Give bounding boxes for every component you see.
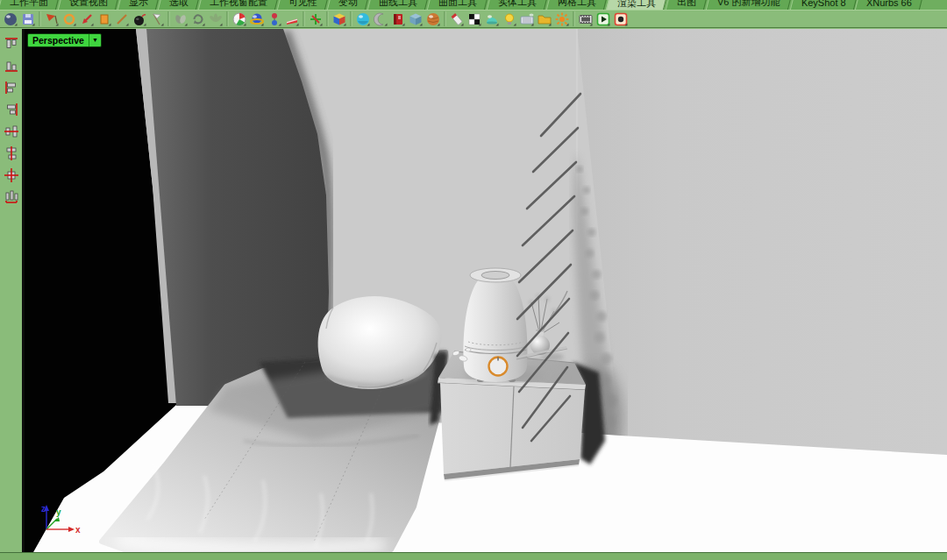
circle-tool-icon[interactable] (61, 11, 78, 27)
3d-sphere-icon[interactable] (2, 11, 19, 27)
tab-13[interactable]: V6 的新增功能 (706, 0, 792, 10)
toolbar-group (2, 11, 37, 27)
paint-tube-icon[interactable] (448, 11, 466, 27)
tab-9[interactable]: 实体工具 (487, 0, 548, 10)
right-wall[interactable] (577, 29, 947, 455)
tab-1[interactable]: 设置视图 (58, 0, 119, 10)
glass-cube-icon[interactable] (407, 11, 424, 27)
toolbar-separator (443, 11, 447, 26)
line-tool-icon[interactable] (113, 11, 131, 27)
toolbar-group (331, 11, 348, 27)
tab-7[interactable]: 曲线工具 (367, 0, 429, 10)
pillow-mesh[interactable] (318, 296, 442, 389)
dark-wall-panel[interactable] (146, 29, 329, 406)
tab-3[interactable]: 选取 (158, 0, 200, 10)
extend-flag-icon[interactable] (148, 11, 166, 27)
toolbar-group (577, 11, 630, 27)
viewport-title-button[interactable]: Perspective ▼ (27, 33, 102, 47)
beachball-icon[interactable] (231, 11, 248, 27)
tab-15[interactable]: XNurbs 66 (855, 0, 923, 10)
align-toolbar (0, 29, 22, 552)
toolbar-separator (38, 11, 42, 26)
axis-y-label: y (56, 507, 61, 517)
align-hcenter-icon[interactable] (3, 123, 19, 139)
save-file-icon[interactable] (19, 11, 37, 27)
align-center-cross-icon[interactable] (3, 167, 19, 183)
rectangle-tool-icon[interactable] (96, 11, 113, 27)
color-cube-icon[interactable] (331, 11, 348, 27)
toolbar-separator (325, 11, 330, 26)
toolbar-group (231, 11, 301, 27)
filmstrip-icon[interactable] (577, 11, 595, 27)
axis-z-label: z (41, 504, 46, 514)
tab-2[interactable]: 显示 (117, 0, 160, 10)
toolbar-separator (167, 11, 171, 26)
toolbar-separator (225, 11, 230, 26)
main-toolbar (0, 10, 947, 28)
toolbar-group (354, 11, 442, 27)
distribute-bottom-icon[interactable] (3, 188, 19, 205)
environment-dome-icon[interactable] (483, 11, 501, 27)
tab-4[interactable]: 工作视窗配置 (198, 0, 279, 10)
folder-icon[interactable] (536, 11, 553, 27)
play-icon[interactable] (595, 11, 612, 27)
tab-6[interactable]: 变动 (327, 0, 369, 10)
bottom-bar (0, 552, 947, 560)
glossy-sphere-icon[interactable] (354, 11, 372, 27)
align-right-icon[interactable] (3, 101, 19, 117)
tab-active-11[interactable]: 渲染工具 (606, 0, 667, 10)
tab-8[interactable]: 曲面工具 (427, 0, 488, 10)
toolbar-separator (349, 11, 353, 26)
pie-wedge-icon[interactable] (283, 11, 301, 27)
humidifier-lid (481, 272, 509, 280)
crescent-moon-icon[interactable] (372, 11, 389, 27)
axis-x-label: x (75, 525, 81, 535)
keyboard-icon[interactable] (518, 11, 536, 27)
align-top-icon[interactable] (3, 35, 19, 52)
perspective-viewport[interactable]: z y x Perspective ▼ (25, 29, 947, 552)
rotate-arrows-icon[interactable] (189, 11, 207, 27)
tab-0[interactable]: 工作平面 (0, 0, 60, 10)
main-area: z y x Perspective ▼ (0, 29, 947, 552)
checker-pattern-icon[interactable] (466, 11, 483, 27)
toolbar-separator (572, 11, 576, 26)
tab-strip: 工作平面设置视图显示选取工作视窗配置可见性变动曲线工具曲面工具实体工具网格工具渲… (0, 0, 947, 10)
texture-ball-icon[interactable] (424, 11, 442, 27)
axis-wrench-icon[interactable] (307, 11, 324, 27)
move-arrow-icon[interactable] (78, 11, 96, 27)
toolbar-group (43, 11, 166, 27)
sphere-ring-icon[interactable] (248, 11, 266, 27)
toolbar-tab-bar: 工作平面设置视图显示选取工作视窗配置可见性变动曲线工具曲面工具实体工具网格工具渲… (0, 0, 947, 10)
align-vcenter-icon[interactable] (3, 145, 19, 161)
sunburst-icon[interactable] (553, 11, 571, 27)
pin-points-icon[interactable] (266, 11, 283, 27)
viewport-dropdown-arrow[interactable]: ▼ (89, 34, 101, 46)
toolbar-group (307, 11, 324, 27)
toolbar-group (448, 11, 571, 27)
loft-leaf-icon[interactable] (172, 11, 189, 27)
select-flag-icon[interactable] (43, 11, 61, 27)
align-left-icon[interactable] (3, 79, 19, 96)
toolbar-group (172, 11, 224, 27)
toolbar-separator (302, 11, 306, 26)
material-book-icon[interactable] (389, 11, 407, 27)
explode-bomb-icon[interactable] (131, 11, 148, 27)
rhino-window: 工作平面设置视图显示选取工作视窗配置可见性变动曲线工具曲面工具实体工具网格工具渲… (0, 0, 947, 560)
viewport-title[interactable]: Perspective (28, 34, 89, 46)
tab-14[interactable]: KeyShot 8 (789, 0, 857, 10)
tab-5[interactable]: 可见性 (277, 0, 329, 10)
lightbulb-icon[interactable] (501, 11, 518, 27)
tab-12[interactable]: 出图 (666, 0, 708, 10)
align-bottom-icon[interactable] (3, 57, 19, 74)
sweep-fan-icon[interactable] (207, 11, 224, 27)
tab-10[interactable]: 网格工具 (546, 0, 608, 10)
record-icon[interactable] (612, 11, 630, 27)
viewport-canvas[interactable]: z y x (25, 29, 947, 552)
